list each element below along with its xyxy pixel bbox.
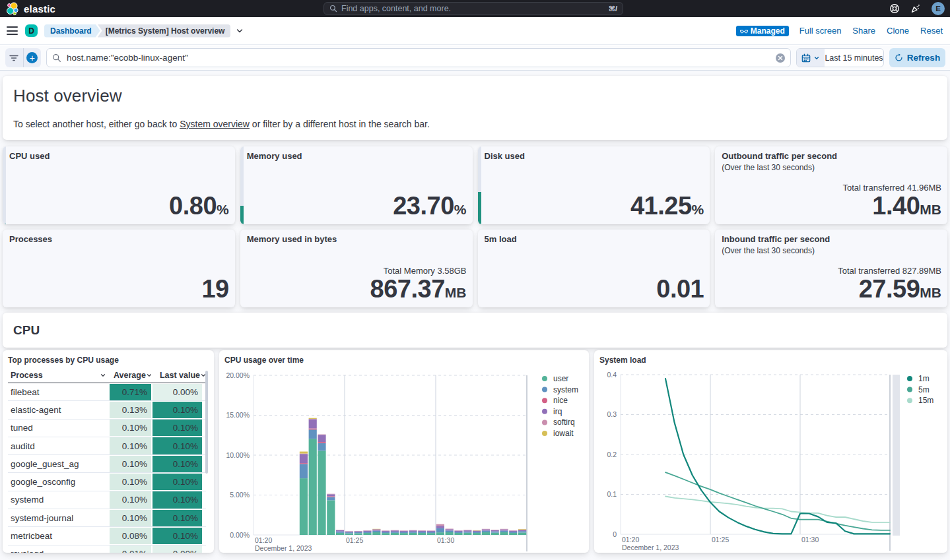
nav-action-reset[interactable]: Reset (920, 26, 943, 36)
cell-process: systemd (8, 491, 110, 509)
nav-action-clone[interactable]: Clone (887, 26, 909, 36)
managed-badge[interactable]: Managed (736, 26, 789, 36)
filter-menu-button[interactable] (5, 48, 23, 67)
metric-panel-memory-used-in-bytes[interactable]: Memory used in bytesTotal Memory 3.58GB8… (240, 230, 473, 307)
metric-panel-outbound-traffic-per-second[interactable]: Outbound traffic per second(Over the las… (715, 146, 947, 224)
bar-segment-softirq (418, 530, 426, 531)
refresh-button[interactable]: Refresh (889, 48, 945, 67)
metric-panel-cpu-used[interactable]: CPU used0.80% (3, 146, 235, 224)
close-icon (778, 55, 783, 61)
system-load-chart[interactable]: 00.10.20.30.401:2001:2501:30December 1, … (594, 350, 947, 553)
cpu-usage-legend-item-nice: nice (542, 396, 568, 405)
elastic-logo[interactable]: elastic (0, 2, 55, 16)
legend-dot-iowait (542, 431, 547, 436)
legend-dot-1m (907, 376, 912, 381)
table-scrollbar[interactable] (205, 371, 209, 474)
breadcrumb-current-page[interactable]: [Metrics System] Host overview (98, 24, 231, 38)
x-tick-label: 01:30 (801, 536, 819, 544)
table-row[interactable]: systemd0.10%0.10% (8, 491, 206, 509)
user-avatar[interactable]: E (932, 2, 945, 15)
elastic-logo-icon (5, 2, 19, 16)
x-tick-label: 01:30 (437, 536, 454, 544)
space-avatar[interactable]: D (25, 24, 38, 37)
markdown-body-prefix: To select another host, either go back t… (13, 119, 180, 129)
table-row[interactable]: elastic-agent0.13%0.10% (8, 401, 206, 419)
metric-panel-5m-load[interactable]: 5m load0.01 (478, 230, 710, 307)
bar-segment-softirq (336, 530, 344, 530)
global-search-input[interactable]: Find apps, content, and more. ⌘/ (323, 2, 623, 15)
system-overview-link[interactable]: System overview (180, 119, 250, 129)
metric-title: Inbound traffic per second (722, 234, 939, 244)
date-picker-calendar-button[interactable] (797, 49, 825, 67)
bar-segment-softirq (463, 530, 471, 530)
metric-panel-inbound-traffic-per-second[interactable]: Inbound traffic per second(Over the last… (715, 230, 947, 307)
x-tick-label: 01:25 (712, 536, 729, 544)
table-row[interactable]: metricbeat0.08%0.10% (8, 527, 206, 545)
bar-segment-irq (363, 531, 371, 532)
table-row[interactable]: filebeat0.71%0.00% (8, 383, 206, 401)
bar-segment-system (336, 532, 344, 533)
cpu-usage-chart[interactable]: 0.00%5.00%10.00%15.00%20.00%01:2001:2501… (219, 350, 589, 553)
cell-average: 0.10% (110, 456, 151, 472)
metric-unit: MB (445, 285, 467, 300)
query-input[interactable]: host.name:"ecobb-linux-agent" (46, 48, 791, 67)
top-processes-panel: Top processes by CPU usage Process Avera… (3, 350, 214, 553)
help-icon[interactable] (889, 3, 900, 14)
bar-segment-irq (473, 531, 481, 532)
y-tick-label: 0.00% (230, 531, 250, 539)
metric-secondary-value: Total transferred 41.96MB (842, 183, 941, 193)
time-range-value[interactable]: Last 15 minutes (825, 49, 883, 67)
bar-segment-system (454, 532, 462, 533)
table-row[interactable]: systemd-journal0.10%0.10% (8, 509, 206, 527)
column-header-average[interactable]: Average (110, 371, 156, 380)
nav-action-share[interactable]: Share (852, 26, 875, 36)
legend-label-softirq: softirq (553, 418, 575, 427)
breadcrumb-dashboard[interactable]: Dashboard (44, 24, 100, 38)
page-title: Host overview (13, 86, 937, 106)
table-row[interactable]: google_guest_ag0.10%0.10% (8, 455, 206, 473)
metric-secondary-value: Total Memory 3.58GB (370, 266, 467, 276)
metric-title: Disk used (485, 151, 702, 161)
nav-action-full-screen[interactable]: Full screen (799, 26, 842, 36)
metric-secondary-value: Total transferred 827.89MB (838, 266, 941, 276)
filter-icon (9, 54, 18, 62)
menu-icon[interactable] (7, 26, 18, 35)
metric-value: 19 (201, 276, 228, 303)
bar-segment-iowait (473, 530, 481, 531)
legend-label-15m: 15m (918, 396, 933, 405)
bar-segment-system (345, 532, 353, 533)
table-row[interactable]: rsyslogd0.01%0.00% (8, 545, 206, 553)
table-row[interactable]: tuned0.10%0.10% (8, 420, 206, 437)
bar-segment-user (482, 532, 490, 535)
cell-process: tuned (8, 420, 110, 437)
legend-label-5m: 5m (918, 385, 930, 394)
bar-segment-system (446, 530, 454, 532)
refresh-icon (895, 53, 903, 62)
metric-title: Outbound traffic per second (722, 151, 939, 161)
cpu-usage-legend-item-irq: irq (542, 407, 562, 416)
newsfeed-icon[interactable] (910, 3, 921, 14)
plus-icon: + (26, 52, 38, 63)
system-load-legend-item-15m: 15m (907, 396, 933, 405)
add-filter-button[interactable]: + (23, 48, 42, 67)
legend-dot-system (542, 387, 547, 392)
cell-process: metricbeat (8, 527, 110, 544)
bar-segment-user (400, 533, 408, 535)
bar-segment-system (427, 532, 435, 533)
cell-process: google_osconfig (8, 473, 110, 490)
column-header-last-value[interactable]: Last value (156, 371, 210, 380)
table-row[interactable]: auditd0.10%0.10% (8, 437, 206, 455)
bar-segment-irq (463, 530, 471, 532)
chevron-down-icon[interactable] (236, 27, 244, 35)
metric-panel-disk-used[interactable]: Disk used41.25% (478, 146, 710, 224)
clear-query-button[interactable] (776, 53, 785, 63)
metric-panel-memory-used[interactable]: Memory used23.70% (240, 146, 473, 224)
table-row[interactable]: google_osconfig0.10%0.10% (8, 473, 206, 491)
column-header-process[interactable]: Process (8, 371, 110, 380)
y-tick-label: 0 (613, 530, 617, 538)
metric-title: CPU used (9, 151, 227, 161)
metric-panel-processes[interactable]: Processes19 (3, 230, 235, 307)
legend-label-iowait: iowait (553, 429, 574, 438)
y-tick-label: 15.00% (226, 411, 250, 419)
bar-segment-irq (327, 494, 335, 496)
